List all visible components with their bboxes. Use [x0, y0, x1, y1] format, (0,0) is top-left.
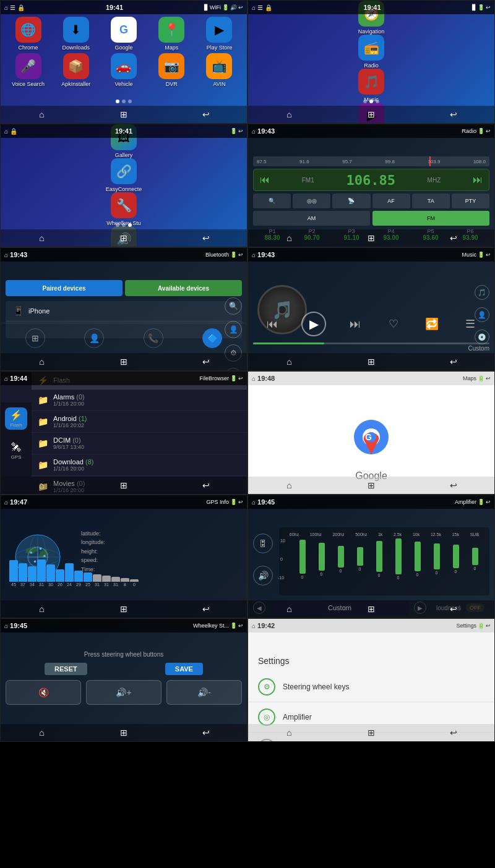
fb-nav-gps[interactable]: 🛰 GPS: [5, 440, 27, 462]
app-google[interactable]: G Google: [101, 17, 146, 51]
nav-menu-fb[interactable]: ⊞: [115, 480, 132, 491]
app-downloads[interactable]: ⬇ Downloads: [53, 17, 98, 51]
wk-key-mute[interactable]: 🔇: [6, 680, 81, 705]
nav-home-gps[interactable]: ⌂: [33, 603, 50, 615]
fb-item-download[interactable]: 📁 Download (8) 1/1/16 20:00: [32, 454, 247, 476]
amp-bar-2.5k[interactable]: 0: [395, 538, 402, 580]
amp-bar-10k-fill[interactable]: [415, 542, 421, 571]
app-easyconnecte[interactable]: 🔗 EasyConnecte: [1, 158, 247, 192]
nav-back-settings[interactable]: ↩: [445, 727, 462, 738]
bt-tab-user[interactable]: 👤: [84, 328, 104, 348]
radio-fm-btn[interactable]: FM: [372, 211, 489, 226]
app-playstore[interactable]: ▶ Play Store: [197, 17, 242, 51]
nav-home[interactable]: ⌂: [33, 109, 50, 120]
amp-bar-2.5k-fill[interactable]: [395, 538, 402, 574]
radio-connect-btn[interactable]: ◎◎: [293, 194, 330, 208]
app-radio[interactable]: 📻 Radio: [248, 35, 494, 69]
nav-back-music[interactable]: ↩: [445, 356, 462, 367]
nav-menu[interactable]: ⊞: [115, 109, 132, 120]
nav-home-bt[interactable]: ⌂: [33, 356, 50, 367]
music-list-btn[interactable]: ☰: [461, 315, 480, 333]
bt-search-icon[interactable]: 🔍: [225, 297, 242, 315]
bt-tab-available[interactable]: Available devices: [125, 280, 242, 296]
amp-bar-500-fill[interactable]: [357, 547, 363, 566]
bt-device-iphone[interactable]: 📱 iPhone: [6, 301, 242, 321]
nav-menu-settings[interactable]: ⊞: [363, 727, 380, 738]
amp-bar-200-fill[interactable]: [338, 546, 344, 568]
nav-menu-amp[interactable]: ⊞: [363, 603, 380, 615]
amp-bar-500[interactable]: 0: [357, 547, 363, 571]
nav-home-p2[interactable]: ⌂: [280, 109, 298, 120]
nav-home-wk[interactable]: ⌂: [33, 727, 50, 738]
radio-am-btn[interactable]: AM: [253, 211, 370, 226]
nav-menu-wk[interactable]: ⊞: [115, 727, 132, 738]
amp-bar-15k[interactable]: 0: [453, 545, 459, 574]
amp-bar-60[interactable]: 0: [299, 540, 306, 579]
nav-home-radio[interactable]: ⌂: [280, 232, 298, 244]
nav-back-radio[interactable]: ↩: [445, 232, 462, 244]
nav-back-p2[interactable]: ↩: [445, 109, 462, 120]
app-apkinstaller1[interactable]: 📦 ApkInstaller: [53, 53, 98, 87]
amp-bar-60-fill[interactable]: [299, 540, 306, 574]
music-repeat-btn[interactable]: 🔁: [423, 315, 441, 333]
amp-vol-icon[interactable]: 🔊: [253, 566, 273, 585]
wk-key-vol-up[interactable]: 🔊+: [86, 680, 161, 705]
nav-back-p3[interactable]: ↩: [197, 232, 215, 244]
radio-search-btn[interactable]: 🔍: [253, 194, 291, 208]
fb-item-alarms[interactable]: 📁 Alarms (0) 1/1/16 20:00: [32, 389, 247, 411]
fb-item-dcim[interactable]: 📁 DCIM (0) 9/6/17 13:40: [32, 433, 247, 454]
amp-bar-100-fill[interactable]: [319, 543, 325, 571]
nav-home-settings[interactable]: ⌂: [280, 727, 298, 738]
amp-bar-1k[interactable]: 0: [376, 541, 382, 577]
bt-tab-paired[interactable]: Paired devices: [6, 280, 123, 296]
nav-home-music[interactable]: ⌂: [280, 356, 298, 367]
app-maps[interactable]: 📍 Maps: [149, 17, 194, 51]
music-next-btn[interactable]: ⏭: [346, 315, 364, 333]
radio-ta-btn[interactable]: TA: [412, 194, 450, 208]
amp-bar-12.5k[interactable]: 0: [434, 543, 440, 575]
app-chrome[interactable]: 🌐 Chrome: [6, 17, 51, 51]
nav-back-wk[interactable]: ↩: [197, 727, 215, 738]
radio-af-btn[interactable]: AF: [372, 194, 410, 208]
bt-tab-phone[interactable]: 📞: [144, 328, 163, 348]
settings-steering[interactable]: ⚙ Steering wheel keys: [248, 672, 494, 702]
nav-back-gps[interactable]: ↩: [197, 603, 215, 615]
nav-menu-p2[interactable]: ⊞: [363, 109, 380, 120]
app-dvr1[interactable]: 📷 DVR: [149, 53, 194, 87]
amp-bar-sub-fill[interactable]: [472, 548, 478, 565]
bt-tab-bt[interactable]: 🔷: [202, 328, 222, 348]
music-like-btn[interactable]: ♡: [384, 315, 403, 333]
wk-save-btn[interactable]: SAVE: [165, 663, 203, 675]
nav-back-amp[interactable]: ↩: [445, 603, 462, 615]
app-voicesearch[interactable]: 🎤 Voice Search: [6, 53, 51, 87]
nav-home-fb[interactable]: ⌂: [33, 480, 50, 491]
app-wheelkey[interactable]: 🔧 Wheelkey Stu: [1, 192, 247, 226]
amp-bar-1k-fill[interactable]: [376, 541, 382, 572]
music-progress-bar[interactable]: [253, 343, 489, 344]
nav-home-p3[interactable]: ⌂: [33, 232, 50, 244]
amp-eq-icon[interactable]: 🎛: [253, 534, 273, 553]
nav-menu-p3[interactable]: ⊞: [115, 232, 132, 244]
amp-bar-15k-fill[interactable]: [453, 545, 459, 568]
nav-menu-radio[interactable]: ⊞: [363, 232, 380, 244]
amp-bar-100[interactable]: 0: [319, 543, 325, 576]
nav-back-maps[interactable]: ↩: [445, 480, 462, 491]
nav-home-maps[interactable]: ⌂: [280, 480, 298, 491]
nav-back-fb[interactable]: ↩: [197, 480, 215, 491]
nav-back-bt[interactable]: ↩: [197, 356, 215, 367]
wk-reset-btn[interactable]: RESET: [45, 663, 87, 675]
nav-menu-gps[interactable]: ⊞: [115, 603, 132, 615]
radio-next[interactable]: ⏭: [473, 174, 483, 185]
app-vehicle[interactable]: 🚗 Vehicle: [101, 53, 146, 87]
radio-prev[interactable]: ⏮: [260, 174, 270, 185]
fb-item-android[interactable]: 📁 Android (1) 1/1/16 20:02: [32, 411, 247, 433]
amp-bar-200[interactable]: 0: [338, 546, 344, 573]
radio-pty-btn[interactable]: PTY: [452, 194, 489, 208]
radio-signal-btn[interactable]: 📡: [332, 194, 370, 208]
app-music[interactable]: 🎵 Music: [248, 69, 494, 103]
nav-menu-music[interactable]: ⊞: [363, 356, 380, 367]
nav-home-amp[interactable]: ⌂: [280, 603, 298, 615]
bt-tab-grid[interactable]: ⊞: [25, 328, 45, 348]
app-avin1[interactable]: 📺 AVIN: [197, 53, 242, 87]
fb-nav-flash[interactable]: ⚡ Flash: [5, 407, 27, 430]
